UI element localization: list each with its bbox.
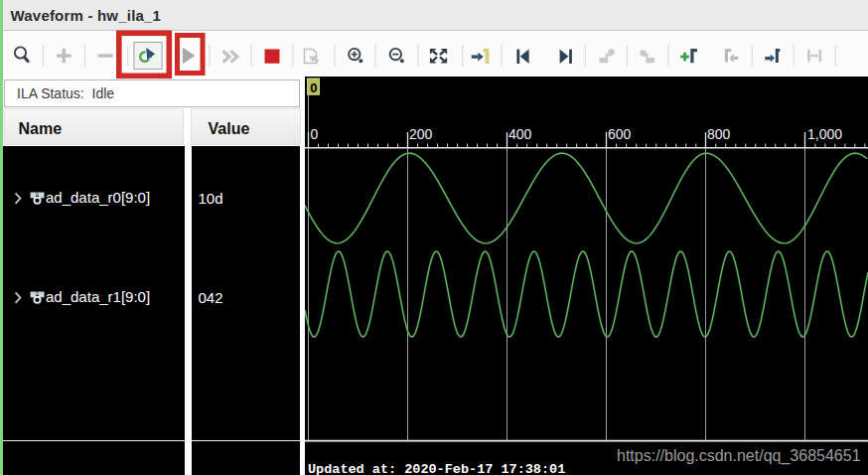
- svg-text:400: 400: [508, 126, 532, 142]
- svg-text:Updated at: 2020-Feb-17 17:38:: Updated at: 2020-Feb-17 17:38:01: [308, 462, 565, 475]
- svg-text:0: 0: [310, 80, 317, 95]
- svg-text:1,000: 1,000: [807, 126, 842, 142]
- svg-text:200: 200: [409, 126, 433, 142]
- svg-text:800: 800: [707, 126, 731, 142]
- svg-text:600: 600: [608, 126, 632, 142]
- svg-text:0: 0: [311, 126, 319, 142]
